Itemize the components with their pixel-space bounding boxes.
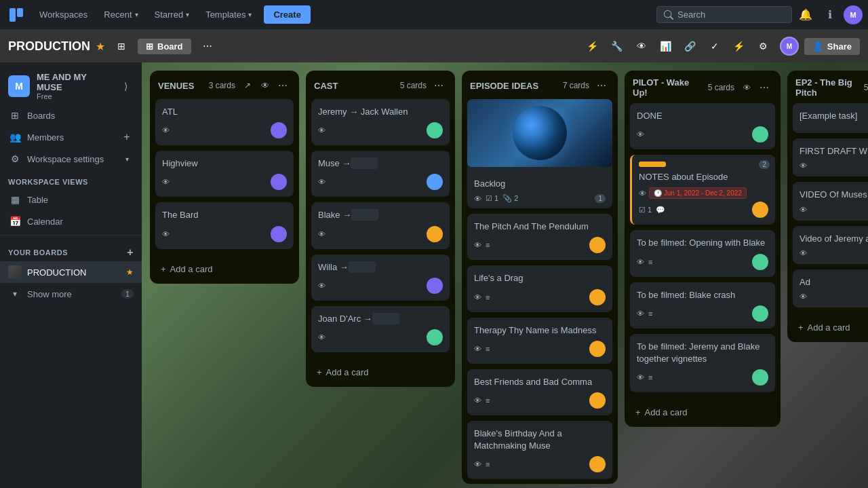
venues-menu-icon[interactable]: ⋯ bbox=[275, 77, 291, 94]
card-example-task[interactable]: [Example task] bbox=[793, 103, 868, 133]
link-icon[interactable]: 🔗 bbox=[679, 35, 701, 57]
share-icon: 👤 bbox=[812, 41, 823, 52]
card-notes-episode[interactable]: NOTES about Episode 👁 🕐 Jun 1, 2022 - De… bbox=[630, 155, 775, 225]
pilot-menu-icon[interactable]: ⋯ bbox=[756, 79, 772, 96]
calendar-icon: 📅 bbox=[8, 214, 22, 228]
eye-icon[interactable]: 👁 bbox=[631, 35, 652, 57]
jeremy-avatar bbox=[427, 122, 443, 138]
column-episode-ideas: EPISODE IDEAS 7 cards ⋯ Backlog 👁 bbox=[462, 71, 618, 484]
board-content: VENUES 3 cards ↗ 👁 ⋯ ATL 👁 Highvie bbox=[142, 62, 868, 488]
board-star-icon[interactable]: ★ bbox=[96, 40, 105, 53]
venues-watch-icon[interactable]: 👁 bbox=[257, 77, 273, 94]
sidebar-item-settings[interactable]: ⚙ Workspace settings ▾ bbox=[0, 148, 142, 170]
add-card-venues[interactable]: + Add a card bbox=[155, 260, 294, 278]
card-backlog[interactable]: Backlog 👁 ☑ 1 📎 2 1 bbox=[467, 99, 612, 208]
workspaces-btn[interactable]: Workspaces bbox=[33, 7, 94, 22]
top-nav: Workspaces Recent ▾ Starred ▾ Templates … bbox=[0, 0, 868, 30]
trello-logo[interactable] bbox=[5, 4, 27, 26]
add-member-icon[interactable]: + bbox=[120, 130, 134, 144]
venues-share-icon[interactable]: ↗ bbox=[239, 77, 256, 94]
card-the-bard[interactable]: The Bard 👁 bbox=[155, 202, 294, 248]
sidebar-item-members[interactable]: 👥 Members + bbox=[0, 126, 142, 148]
workspace-item[interactable]: M ME AND MY MUSE Free ⟩ bbox=[0, 68, 142, 105]
board-header: PRODUCTION ★ ⊞ ⊞ Board ⋯ ⚡ 🔧 👁 📊 🔗 ✓ ⚡ ⚙… bbox=[0, 30, 868, 62]
card-video-jeremy-vampires[interactable]: Video of Jeremy and vampires 👁 bbox=[793, 226, 868, 264]
card-filmed-blake-crash[interactable]: To be filmed: Blake crash 👁 ≡ bbox=[630, 282, 775, 329]
show-more-badge: 1 bbox=[121, 289, 134, 299]
board-workspace-icon[interactable]: ⊞ bbox=[111, 35, 132, 57]
atl-watch-icon: 👁 bbox=[162, 126, 170, 134]
show-more-item[interactable]: ▾ Show more 1 bbox=[0, 283, 142, 305]
check-icon[interactable]: ✓ bbox=[704, 35, 726, 57]
card-done[interactable]: DONE 👁 bbox=[630, 103, 775, 149]
card-lifes-drag[interactable]: Life's a Drag 👁 ≡ bbox=[467, 265, 612, 312]
sidebar-item-calendar[interactable]: 📅 Calendar bbox=[0, 210, 142, 232]
episode-ideas-menu-icon[interactable]: ⋯ bbox=[593, 77, 610, 94]
card-joan[interactable]: Joan D'Arc → 👁 bbox=[311, 306, 450, 352]
user-avatar-nav[interactable]: M bbox=[844, 5, 863, 24]
production-star-icon[interactable]: ★ bbox=[126, 267, 134, 277]
card-jeremy[interactable]: Jeremy → Jack Wallen 👁 bbox=[311, 99, 450, 145]
board-view-btn[interactable]: ⊞ Board bbox=[138, 39, 191, 54]
info-btn[interactable]: ℹ bbox=[819, 4, 841, 26]
board-customize-icon[interactable]: ⋯ bbox=[197, 35, 218, 57]
venues-title: VENUES bbox=[158, 81, 205, 91]
add-card-ep2[interactable]: + Add a card bbox=[793, 318, 868, 337]
card-willa[interactable]: Willa → 👁 bbox=[311, 255, 450, 301]
card-muse[interactable]: Muse → 👁 bbox=[311, 151, 450, 197]
recent-btn[interactable]: Recent ▾ bbox=[97, 7, 144, 22]
create-btn[interactable]: Create bbox=[264, 5, 310, 24]
templates-btn[interactable]: Templates ▾ bbox=[199, 7, 258, 22]
highview-avatar bbox=[271, 174, 287, 190]
user-avatar-board[interactable]: M bbox=[780, 37, 799, 56]
svg-rect-1 bbox=[17, 8, 23, 17]
blake-avatar bbox=[427, 226, 443, 242]
pilot-watch-header-icon[interactable]: 👁 bbox=[738, 79, 755, 96]
bolt-icon[interactable]: ⚡ bbox=[728, 35, 750, 57]
card-blake[interactable]: Blake → 👁 bbox=[311, 202, 450, 248]
cast-count: 5 cards bbox=[400, 81, 427, 90]
add-card-cast[interactable]: + Add a card bbox=[311, 363, 450, 381]
card-first-draft-written[interactable]: FIRST DRAFT WRITTEN 👁 bbox=[793, 138, 868, 176]
card-filmed-opening[interactable]: To be filmed: Opening with Blake 👁 ≡ bbox=[630, 230, 775, 276]
sidebar-item-boards[interactable]: ⊞ Boards bbox=[0, 105, 142, 126]
card-atl[interactable]: ATL 👁 bbox=[155, 99, 294, 145]
power-icon[interactable]: ⚡ bbox=[582, 35, 604, 57]
add-card-pilot[interactable]: + Add a card bbox=[630, 403, 775, 421]
table-label: Table bbox=[27, 195, 134, 205]
starred-btn[interactable]: Starred ▾ bbox=[148, 7, 197, 22]
card-blakes-birthday[interactable]: Blake's Birthday And a Matchmaking Muse … bbox=[467, 421, 612, 479]
chart-icon[interactable]: 📊 bbox=[655, 35, 677, 57]
workspace-expand-icon[interactable]: ⟩ bbox=[117, 78, 134, 94]
muse-watch-icon: 👁 bbox=[318, 178, 326, 186]
jeremy-watch-icon: 👁 bbox=[318, 126, 326, 134]
share-btn[interactable]: 👤 Share bbox=[804, 38, 860, 55]
board-view-icon: ⊞ bbox=[146, 41, 153, 52]
notes-avatar bbox=[752, 202, 768, 218]
svg-rect-0 bbox=[9, 8, 16, 22]
workspace-logo: M bbox=[8, 75, 30, 97]
sidebar-board-production[interactable]: PRODUCTION ★ bbox=[0, 261, 142, 283]
notes-expand-badge: 2 bbox=[759, 160, 770, 169]
card-video-muses[interactable]: VIDEO Of Muses talk writers 👁 bbox=[793, 182, 868, 220]
filter-icon[interactable]: ⚙ bbox=[753, 35, 774, 57]
settings-expand-icon[interactable]: ▾ bbox=[120, 152, 134, 166]
card-ad[interactable]: Ad 👁 bbox=[793, 269, 868, 307]
card-highview[interactable]: Highview 👁 bbox=[155, 151, 294, 197]
notification-btn[interactable]: 🔔 bbox=[795, 4, 816, 26]
search-bar[interactable]: Search bbox=[656, 6, 792, 23]
tools-icon[interactable]: 🔧 bbox=[606, 35, 628, 57]
card-filmed-jeremy-blake[interactable]: To be filmed: Jeremy and Blake together … bbox=[630, 334, 775, 392]
share-label: Share bbox=[827, 41, 852, 52]
venues-count: 3 cards bbox=[209, 81, 235, 90]
card-therapy[interactable]: Therapy Thy Name is Madness 👁 ≡ bbox=[467, 318, 612, 364]
add-board-icon[interactable]: + bbox=[127, 246, 134, 259]
filmed-jeremy-avatar bbox=[752, 369, 768, 386]
workspace-name: ME AND MY MUSE bbox=[37, 72, 111, 92]
highview-watch-icon: 👁 bbox=[162, 178, 170, 186]
sidebar-item-table[interactable]: ▦ Table bbox=[0, 189, 142, 210]
card-best-friends[interactable]: Best Friends and Bad Comma 👁 ≡ bbox=[467, 369, 612, 415]
cast-menu-icon[interactable]: ⋯ bbox=[431, 77, 447, 94]
card-pitch-pendulum[interactable]: The Pitch And The Pendulum 👁 ≡ bbox=[467, 214, 612, 260]
filmed-opening-avatar bbox=[752, 254, 768, 270]
